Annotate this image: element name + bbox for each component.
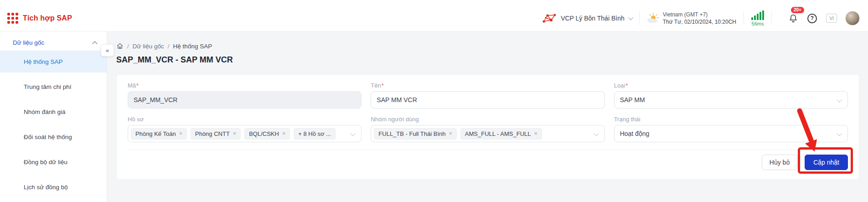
form-divider [128,150,848,150]
weather-icon [647,13,659,24]
field-ho-so: Hồ sơ Phòng Kế Toán× Phòng CNTT× BQL/CSK… [128,116,362,142]
loai-select[interactable]: SAP MM [614,91,848,109]
chevron-down-icon [837,97,842,102]
nhom-nguoi-dung-multiselect[interactable]: FULL_TB - Full Thái Bình× AMS_FULL - AMS… [371,125,604,142]
help-button[interactable]: ? [807,14,817,23]
divider [639,11,640,25]
breadcrumb: / Dữ liệu gốc / Hệ thống SAP [116,42,860,50]
ma-value: SAP_MM_VCR [134,96,177,104]
main-content: / Dữ liệu gốc / Hệ thống SAP SAP_MM_VCR … [107,31,868,202]
tag: AMS_FULL - AMS_FULL× [460,128,542,140]
breadcrumb-he-thong-sap: Hệ thống SAP [173,43,212,50]
sidebar-item-he-thong-sap[interactable]: Hệ thống SAP [0,51,107,73]
datetime-label: Thứ Tư, 02/10/2024, 10:20CH [663,19,736,25]
edit-form-card: Mã* SAP_MM_VCR Tên* SAP MM VCR Loại* [116,74,859,180]
sidebar-group-label: Dữ liệu gốc [13,39,44,46]
field-ma: Mã* SAP_MM_VCR [128,82,362,109]
field-label: Trạng thái [614,116,641,123]
field-loai: Loại* SAP MM [614,82,848,109]
home-icon[interactable] [116,42,124,50]
field-label: Loại [614,82,625,89]
field-label: Tên [371,82,381,89]
required-marker: * [382,82,384,89]
sidebar-item-nhom-danh-gia[interactable]: Nhóm đánh giá [0,101,107,123]
close-icon[interactable]: × [534,131,537,137]
trang-thai-select[interactable]: Hoạt động [614,125,848,142]
field-trang-thai: Trạng thái Hoạt động [614,116,848,142]
chevron-down-icon [837,131,842,136]
form-actions: Hủy bỏ Cập nhật [128,155,848,170]
signal-icon [751,10,764,20]
tag-more: + 8 Hồ sơ ... [294,128,336,140]
breadcrumb-separator: / [168,43,170,50]
required-marker: * [136,82,139,89]
ma-input: SAP_MM_VCR [128,91,362,109]
close-icon[interactable]: × [233,131,236,137]
notification-badge: 20+ [791,7,804,13]
sidebar-group-du-lieu-goc[interactable]: Dữ liệu gốc [0,31,107,51]
close-icon[interactable]: × [282,131,285,137]
locale-info: Vietnam (GMT +7) Thứ Tư, 02/10/2024, 10:… [647,11,736,25]
chevron-down-icon [594,131,599,136]
divider [771,11,772,25]
sidebar: Dữ liệu gốc Hệ thống SAP Trung tâm chi p… [0,31,107,202]
field-label: Nhóm người dùng [371,116,418,123]
header: Tích hợp SAP VCP Lý Bôn Thái Bình [0,0,868,31]
trang-thai-value: Hoạt động [620,130,650,137]
tag: BQL/CSKH× [244,128,290,140]
cancel-button[interactable]: Hủy bỏ [762,155,797,170]
bell-icon [788,13,798,23]
close-icon[interactable]: × [179,131,182,137]
loai-value: SAP MM [620,96,645,104]
notifications-button[interactable]: 20+ [788,13,798,23]
latency-indicator: 56ms [751,10,764,26]
field-label: Hồ sơ [128,116,144,123]
network-icon [542,12,557,24]
chevron-down-icon [628,15,633,20]
chevron-down-icon [351,131,356,136]
breadcrumb-separator: / [127,43,129,50]
header-right: VCP Lý Bôn Thái Bình Vietnam (GMT +7) Th [542,10,860,26]
sidebar-item-trung-tam-chi-phi[interactable]: Trung tâm chi phí [0,76,107,98]
org-name: VCP Lý Bôn Thái Bình [561,15,625,22]
latency-value: 56ms [752,21,764,26]
update-button[interactable]: Cập nhật [805,155,848,170]
ho-so-multiselect[interactable]: Phòng Kế Toán× Phòng CNTT× BQL/CSKH× + 8… [128,125,362,142]
tag: Phòng CNTT× [191,128,241,140]
sidebar-item-dong-bo-du-lieu[interactable]: Đồng bộ dữ liệu [0,151,107,173]
ten-input[interactable]: SAP MM VCR [371,91,604,109]
sidebar-collapse-button[interactable]: « [101,44,114,57]
divider [744,11,744,25]
tag: FULL_TB - Full Thái Bình× [374,128,456,140]
chevron-up-icon [92,41,97,46]
breadcrumb-du-lieu-goc[interactable]: Dữ liệu gốc [133,43,164,50]
app-title: Tích hợp SAP [23,14,72,22]
field-label: Mã [128,82,136,89]
tag: Phòng Kế Toán× [131,128,187,140]
help-icon: ? [807,14,817,23]
close-icon[interactable]: × [449,131,452,137]
app-logo[interactable]: Tích hợp SAP [7,13,72,24]
grid-logo-icon [7,13,18,24]
required-marker: * [625,82,628,89]
language-switcher[interactable]: VI [826,14,837,23]
avatar[interactable] [845,11,860,26]
page: Tích hợp SAP VCP Lý Bôn Thái Bình [0,0,868,202]
sidebar-item-lich-su-dong-bo[interactable]: Lịch sử đồng bộ [0,176,107,198]
field-ten: Tên* SAP MM VCR [371,82,604,109]
org-selector[interactable]: VCP Lý Bôn Thái Bình [542,12,632,24]
ten-value: SAP MM VCR [377,96,417,104]
field-nhom-nguoi-dung: Nhóm người dùng FULL_TB - Full Thái Bình… [371,116,604,142]
page-title: SAP_MM_VCR - SAP MM VCR [116,55,860,65]
region-label: Vietnam (GMT +7) [663,11,736,18]
collapse-icon: « [106,47,109,54]
sidebar-nav: Hệ thống SAP Trung tâm chi phí Nhóm đánh… [0,51,107,198]
sidebar-item-doi-soat-he-thong[interactable]: Đối soát hệ thống [0,126,107,148]
